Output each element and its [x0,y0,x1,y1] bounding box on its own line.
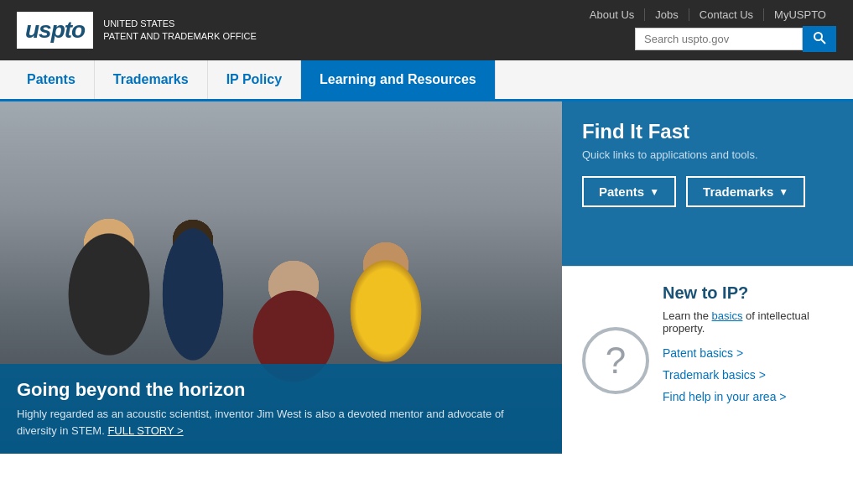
top-right: About Us Jobs Contact Us MyUSPTO [580,8,836,52]
find-fast-subtitle: Quick links to applications and tools. [582,148,833,161]
about-us-link[interactable]: About Us [580,8,645,21]
basics-link[interactable]: basics [712,309,743,322]
svg-line-1 [821,39,825,44]
nav-ip-policy[interactable]: IP Policy [208,60,301,99]
nav-learning[interactable]: Learning and Resources [301,60,496,99]
logo[interactable]: uspto [17,12,93,49]
new-to-ip-section: ? New to IP? Learn the basics of intelle… [562,266,853,454]
jobs-link[interactable]: Jobs [645,8,689,21]
trademarks-arrow: ▼ [778,186,788,198]
main-nav: Patents Trademarks IP Policy Learning an… [0,60,853,101]
search-button[interactable] [803,26,836,52]
logo-text: uspto [25,17,85,43]
quick-links: Patents ▼ Trademarks ▼ [582,176,833,207]
myuspto-link[interactable]: MyUSPTO [764,8,836,21]
site-header: uspto UNITED STATES PATENT AND TRADEMARK… [0,0,853,60]
contact-us-link[interactable]: Contact Us [689,8,764,21]
trademarks-quick-btn[interactable]: Trademarks ▼ [686,176,805,207]
new-ip-subtitle: Learn the basics of intellectual propert… [663,309,833,335]
hero-section: Going beyond the horizon Highly regarded… [0,101,562,454]
right-panel: Find It Fast Quick links to applications… [562,101,853,454]
full-story-link[interactable]: FULL STORY > [107,424,183,437]
hero-caption: Going beyond the horizon Highly regarded… [0,364,562,454]
top-nav: About Us Jobs Contact Us MyUSPTO [580,8,836,21]
search-icon [813,31,826,44]
hero-title: Going beyond the horizon [17,379,545,401]
find-fast-section: Find It Fast Quick links to applications… [562,101,853,266]
new-ip-text: New to IP? Learn the basics of intellect… [663,283,833,437]
find-fast-title: Find It Fast [582,120,833,143]
find-help-link[interactable]: Find help in your area > [663,390,833,403]
logo-area: uspto UNITED STATES PATENT AND TRADEMARK… [17,12,257,49]
svg-point-0 [814,33,822,40]
hero-description: Highly regarded as an acoustic scientist… [17,406,545,439]
org-name: UNITED STATES PATENT AND TRADEMARK OFFIC… [103,18,257,44]
patents-quick-btn[interactable]: Patents ▼ [582,176,676,207]
search-input[interactable] [635,28,803,50]
nav-trademarks[interactable]: Trademarks [95,60,208,99]
question-icon: ? [582,327,649,394]
org-line2: PATENT AND TRADEMARK OFFICE [103,30,257,43]
patent-basics-link[interactable]: Patent basics > [663,346,833,360]
org-line1: UNITED STATES [103,18,257,30]
nav-patents[interactable]: Patents [8,60,95,99]
patents-arrow: ▼ [649,186,659,198]
main-content: Going beyond the horizon Highly regarded… [0,101,853,454]
trademark-basics-link[interactable]: Trademark basics > [663,368,833,382]
new-ip-title: New to IP? [663,283,833,303]
search-area [635,26,836,52]
